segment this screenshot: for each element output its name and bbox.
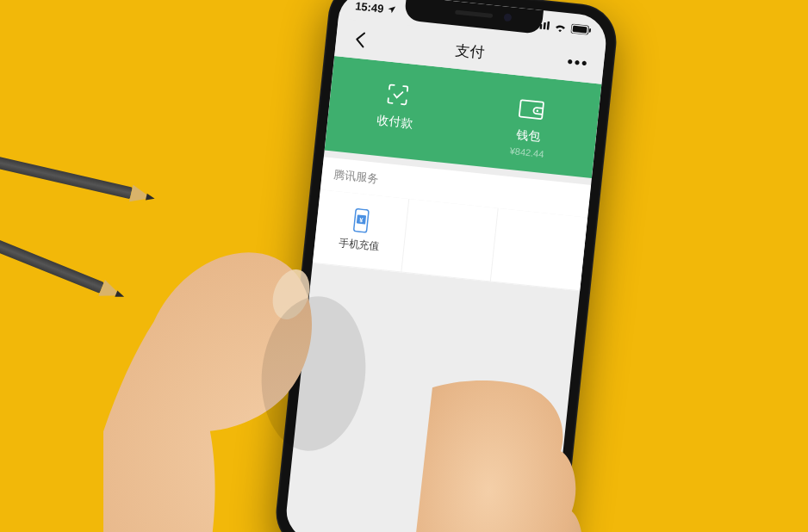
wallet-label: 钱包 (516, 127, 542, 145)
wallet-icon (518, 95, 546, 123)
pencil-decoration (0, 129, 133, 199)
svg-rect-7 (519, 100, 544, 119)
wifi-icon (554, 22, 568, 33)
svg-rect-3 (547, 22, 550, 30)
pencil-decoration (0, 186, 104, 294)
phone-screen: 15:49 (283, 0, 608, 532)
svg-point-8 (536, 109, 538, 112)
page-title: 支付 (454, 40, 485, 62)
mobile-topup-button[interactable]: ¥ 手机充值 (313, 189, 409, 272)
empty-grid-cell (491, 208, 587, 291)
qr-scan-icon (383, 80, 412, 108)
pay-receive-label: 收付款 (376, 113, 414, 132)
status-time: 15:49 (355, 0, 385, 15)
empty-grid-cell (401, 199, 498, 281)
content-area: 收付款 钱包 ¥842.44 (283, 56, 601, 532)
battery-icon (570, 23, 592, 34)
wallet-balance: ¥842.44 (509, 145, 544, 159)
location-arrow-icon (387, 4, 397, 15)
svg-rect-5 (573, 25, 587, 33)
scene-background: 15:49 (0, 0, 808, 532)
phone-device: 15:49 (272, 0, 620, 532)
mobile-topup-icon: ¥ (351, 207, 372, 233)
back-button[interactable] (343, 19, 377, 60)
wallet-button[interactable]: 钱包 ¥842.44 (459, 89, 600, 164)
chevron-left-icon (354, 30, 366, 48)
mobile-topup-label: 手机充值 (338, 236, 381, 255)
more-button[interactable]: ••• (561, 42, 595, 84)
svg-rect-2 (544, 22, 546, 30)
svg-rect-6 (589, 28, 591, 33)
pay-receive-button[interactable]: 收付款 (326, 75, 466, 151)
